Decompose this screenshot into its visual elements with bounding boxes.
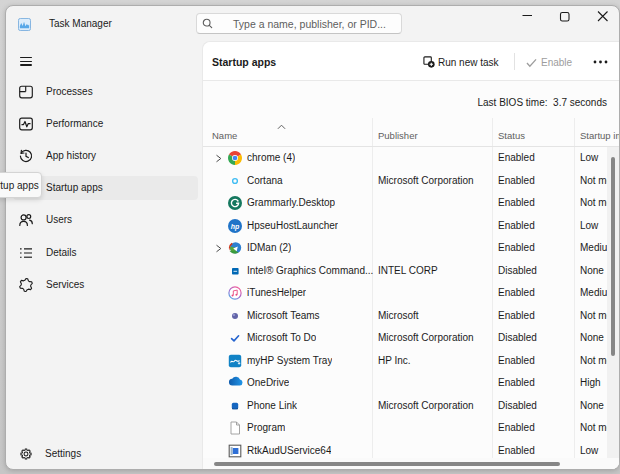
svg-text:hp: hp — [231, 222, 240, 230]
